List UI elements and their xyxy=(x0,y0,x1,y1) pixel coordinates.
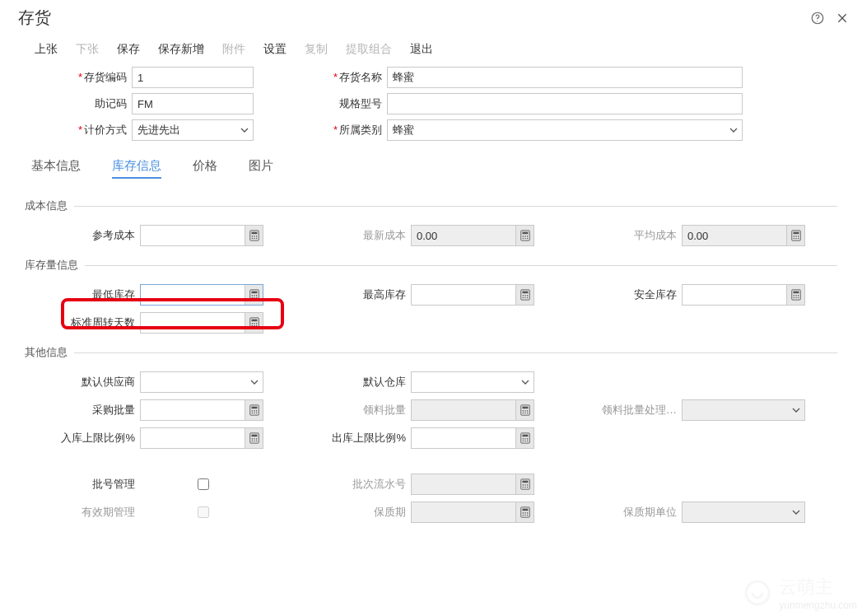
svg-point-47 xyxy=(793,297,794,299)
inventory-name-label: 存货名称 xyxy=(339,71,382,83)
svg-point-14 xyxy=(526,236,528,237)
warehouse-select[interactable] xyxy=(411,371,534,393)
svg-point-32 xyxy=(254,297,255,299)
svg-point-7 xyxy=(251,238,253,240)
min-stock-field: 最低库存 xyxy=(25,284,296,306)
svg-point-100 xyxy=(522,512,524,514)
svg-point-15 xyxy=(522,238,524,240)
svg-point-73 xyxy=(526,413,528,414)
calculator-icon[interactable] xyxy=(515,428,534,448)
calculator-icon[interactable] xyxy=(245,428,263,448)
tab-image[interactable]: 图片 xyxy=(249,158,273,179)
svg-point-29 xyxy=(254,295,255,296)
toolbar-save-new[interactable]: 保存新增 xyxy=(158,42,204,57)
spec-input[interactable] xyxy=(387,93,743,114)
svg-point-22 xyxy=(797,236,799,237)
svg-point-30 xyxy=(255,295,257,296)
svg-point-97 xyxy=(526,487,528,488)
svg-point-65 xyxy=(255,413,257,414)
pricing-input[interactable] xyxy=(132,119,254,141)
category-select[interactable] xyxy=(387,119,743,141)
svg-point-16 xyxy=(524,238,526,240)
out-ratio-field: 出库上限比例% xyxy=(296,427,566,449)
svg-point-84 xyxy=(522,438,524,440)
pick-batch-field: 领料批量 xyxy=(296,399,566,421)
toolbar-next: 下张 xyxy=(76,42,99,57)
svg-point-79 xyxy=(251,441,253,442)
turnover-field: 标准周转天数 xyxy=(25,312,296,334)
toolbar-prev[interactable]: 上张 xyxy=(35,42,58,57)
svg-point-87 xyxy=(522,441,524,442)
calculator-icon[interactable] xyxy=(245,285,263,305)
calculator-icon[interactable] xyxy=(245,400,263,420)
mnemonic-label: 助记码 xyxy=(95,97,127,110)
calculator-icon[interactable] xyxy=(786,285,804,305)
max-stock-label: 最高库存 xyxy=(296,287,411,302)
ref-cost-field: 参考成本 xyxy=(25,225,296,246)
svg-point-45 xyxy=(795,295,797,296)
svg-point-25 xyxy=(797,238,799,240)
latest-cost-field: 最新成本 xyxy=(296,225,566,246)
toolbar-exit[interactable]: 退出 xyxy=(410,42,433,57)
calculator-icon xyxy=(786,226,804,245)
toolbar-settings[interactable]: 设置 xyxy=(263,42,287,57)
svg-point-37 xyxy=(524,295,526,296)
toolbar-attachment: 附件 xyxy=(222,42,245,57)
svg-point-86 xyxy=(526,438,528,440)
calculator-icon xyxy=(515,400,534,420)
batch-mgmt-checkbox[interactable] xyxy=(142,478,265,490)
svg-point-106 xyxy=(746,581,769,604)
cost-legend: 成本信息 xyxy=(25,198,74,213)
batch-serial-field: 批次流水号 xyxy=(296,474,566,495)
tab-basic[interactable]: 基本信息 xyxy=(31,158,81,179)
svg-point-41 xyxy=(526,297,528,299)
warehouse-input[interactable] xyxy=(411,371,534,393)
pick-batch-proc-field: 领料批量处理… xyxy=(566,399,837,421)
tab-stock[interactable]: 库存信息 xyxy=(112,158,161,179)
pricing-select[interactable] xyxy=(132,119,254,141)
calculator-icon[interactable] xyxy=(515,285,534,305)
category-field: *所属类别 xyxy=(280,119,743,141)
supplier-field: 默认供应商 xyxy=(25,371,296,393)
purchase-batch-label: 采购批量 xyxy=(25,403,140,418)
supplier-select[interactable] xyxy=(140,371,263,393)
toolbar-save[interactable]: 保存 xyxy=(117,42,140,57)
watermark-brand: 云萌主 xyxy=(779,575,857,600)
svg-point-78 xyxy=(255,438,257,440)
watermark: 云萌主 yunmengzhu.com xyxy=(741,575,857,611)
help-icon[interactable] xyxy=(809,10,826,26)
svg-point-39 xyxy=(522,297,524,299)
svg-rect-51 xyxy=(251,320,257,322)
svg-point-28 xyxy=(251,295,253,296)
mnemonic-input[interactable] xyxy=(132,93,254,114)
svg-point-56 xyxy=(254,325,255,327)
supplier-input[interactable] xyxy=(140,371,263,393)
svg-point-61 xyxy=(254,410,255,412)
close-icon[interactable] xyxy=(834,10,850,26)
ref-cost-wrap xyxy=(140,225,263,246)
in-ratio-label: 入库上限比例% xyxy=(25,431,140,446)
batch-mgmt-field: 批号管理 xyxy=(25,474,296,495)
turnover-label: 标准周转天数 xyxy=(25,315,140,330)
svg-rect-75 xyxy=(251,435,257,437)
svg-point-105 xyxy=(526,515,528,516)
svg-point-8 xyxy=(254,238,255,240)
tab-price[interactable]: 价格 xyxy=(193,158,217,179)
svg-point-46 xyxy=(797,295,799,296)
avg-cost-field: 平均成本 xyxy=(566,225,837,246)
toolbar: 上张 下张 保存 保存新增 附件 设置 复制 提取组合 退出 xyxy=(0,34,862,67)
inventory-name-input[interactable] xyxy=(387,67,743,88)
svg-point-77 xyxy=(254,438,255,440)
svg-rect-19 xyxy=(793,232,799,235)
calculator-icon[interactable] xyxy=(245,226,263,245)
svg-point-55 xyxy=(251,325,253,327)
inventory-code-input[interactable] xyxy=(132,67,254,88)
calculator-icon[interactable] xyxy=(245,313,263,333)
svg-point-60 xyxy=(251,410,253,412)
svg-point-63 xyxy=(251,413,253,414)
svg-point-21 xyxy=(795,236,797,237)
calculator-icon xyxy=(515,474,534,494)
svg-point-85 xyxy=(524,438,526,440)
category-input[interactable] xyxy=(387,119,743,141)
expiry-mgmt-label: 有效期管理 xyxy=(25,505,140,520)
